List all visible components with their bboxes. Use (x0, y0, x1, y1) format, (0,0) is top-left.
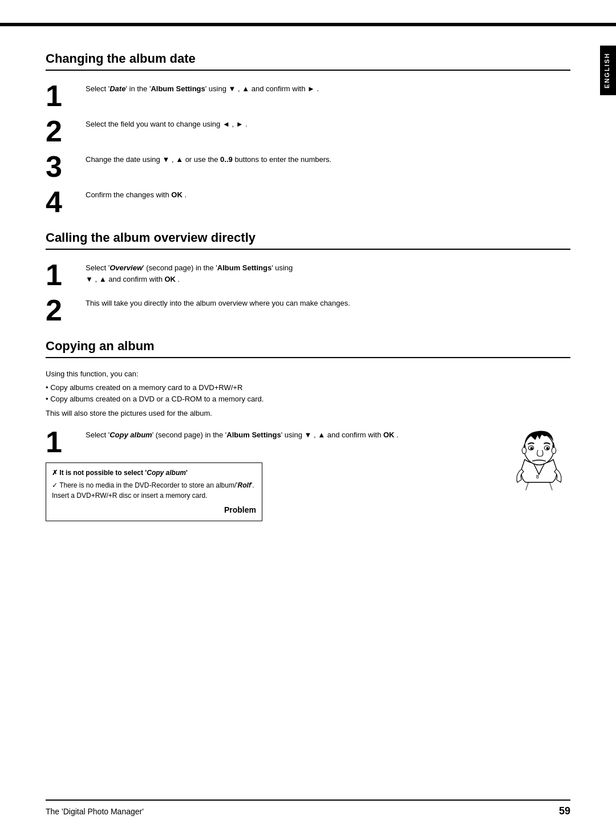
term-rolf: Rolf (238, 481, 251, 489)
svg-point-3 (530, 447, 533, 450)
term-copy-album: Copy album (110, 431, 152, 439)
steps-container-2: 1 Select 'Overview' (second page) in the… (46, 260, 570, 325)
term-09: 0..9 (220, 155, 233, 164)
svg-point-5 (546, 447, 549, 450)
footer: The 'Digital Photo Manager' 59 (46, 800, 570, 817)
step-row: 3 Change the date using ▼ , ▲ or use the… (46, 152, 570, 181)
cross-icon: ✗ (52, 469, 59, 477)
arrow-left-icon: ◄ (222, 120, 230, 128)
steps-container-1: 1 Select 'Date' in the 'Album Settings' … (46, 81, 570, 217)
section-copying-album: Copying an album Using this function, yo… (46, 339, 570, 521)
step-number-3: 3 (46, 152, 86, 181)
side-tab-english: ENGLISH (600, 46, 616, 95)
svg-point-6 (522, 447, 526, 453)
step-and-problem: 1 Select 'Copy album' (second page) in t… (46, 427, 496, 521)
svg-point-7 (552, 447, 556, 453)
page-container: ENGLISH Changing the album date 1 Select… (0, 0, 616, 840)
step-content-2: This will take you directly into the alb… (86, 295, 570, 309)
problem-box: ✗ It is not possible to select 'Copy alb… (46, 462, 262, 521)
svg-text:8: 8 (536, 474, 539, 480)
step-content-4: Confirm the changes with OK . (86, 187, 570, 201)
arrow-right-icon: ► (307, 84, 315, 93)
step-number-1: 1 (46, 260, 86, 290)
step-content-1: Select 'Overview' (second page) in the '… (86, 260, 570, 285)
character-illustration: 8 (508, 421, 570, 497)
step-number-2: 2 (46, 295, 86, 325)
arrow-right-icon: ► (236, 120, 244, 128)
bullet-list: Copy albums created on a memory card to … (46, 382, 570, 406)
step-row: 1 Select 'Date' in the 'Album Settings' … (46, 81, 570, 111)
step-number-1: 1 (46, 81, 86, 111)
arrow-down-icon: ▼ (305, 431, 312, 439)
term-date: Date (110, 84, 125, 93)
problem-label: Problem (224, 505, 256, 514)
step-row: 4 Confirm the changes with OK . (46, 187, 570, 217)
problem-box-check-item: ✓ There is no media in the DVD-Recorder … (52, 480, 256, 501)
arrow-up-icon: ▲ (99, 275, 107, 283)
step-row: 2 Select the field you want to change us… (46, 116, 570, 146)
check-icon: ✓ (52, 481, 59, 489)
step-number-2: 2 (46, 116, 86, 146)
step-content-1: Select 'Date' in the 'Album Settings' us… (86, 81, 570, 95)
intro-text: Using this function, you can: (46, 368, 570, 380)
footer-left-text: The 'Digital Photo Manager' (46, 807, 144, 816)
problem-area: 1 Select 'Copy album' (second page) in t… (46, 427, 570, 521)
step-row: 1 Select 'Copy album' (second page) in t… (46, 427, 496, 457)
section-heading-3: Copying an album (46, 339, 570, 354)
arrow-up-icon: ▲ (242, 84, 249, 93)
problem-box-cross-item: ✗ It is not possible to select 'Copy alb… (52, 468, 256, 478)
term-overview: Overview (110, 263, 143, 272)
step-content-1: Select 'Copy album' (second page) in the… (86, 427, 496, 441)
step-content-3: Change the date using ▼ , ▲ or use the 0… (86, 152, 570, 165)
intro-text-2: This will also store the pictures used f… (46, 408, 570, 419)
term-album-settings: Album Settings (151, 84, 205, 93)
step-number-4: 4 (46, 187, 86, 217)
arrow-down-icon: ▼ (162, 155, 169, 164)
section-changing-album-date: Changing the album date 1 Select 'Date' … (46, 51, 570, 217)
section-calling-album-overview: Calling the album overview directly 1 Se… (46, 230, 570, 325)
arrow-down-icon: ▼ (229, 84, 236, 93)
list-item: Copy albums created on a memory card to … (46, 382, 570, 394)
arrow-down-icon: ▼ (86, 275, 93, 283)
top-border (0, 23, 616, 26)
arrow-up-icon: ▲ (318, 431, 325, 439)
heading-underline-2 (46, 249, 570, 250)
term-ok: OK (383, 431, 395, 439)
problem-cross-text: It is not possible to select 'Copy album… (59, 469, 187, 477)
footer-page-number: 59 (559, 805, 570, 817)
step-row: 2 This will take you directly into the a… (46, 295, 570, 325)
term-album-settings: Album Settings (217, 263, 271, 272)
arrow-up-icon: ▲ (176, 155, 183, 164)
step-row: 1 Select 'Overview' (second page) in the… (46, 260, 570, 290)
section-heading-1: Changing the album date (46, 51, 570, 66)
term-ok: OK (164, 275, 176, 283)
term-ok: OK (171, 190, 183, 199)
term-album-settings: Album Settings (226, 431, 281, 439)
step-number-1: 1 (46, 427, 86, 457)
heading-underline-3 (46, 357, 570, 358)
list-item: Copy albums created on a DVD or a CD-ROM… (46, 393, 570, 405)
step-content-2: Select the field you want to change usin… (86, 116, 570, 130)
section-heading-2: Calling the album overview directly (46, 230, 570, 245)
character-svg: 8 (508, 421, 570, 496)
heading-underline-1 (46, 70, 570, 71)
